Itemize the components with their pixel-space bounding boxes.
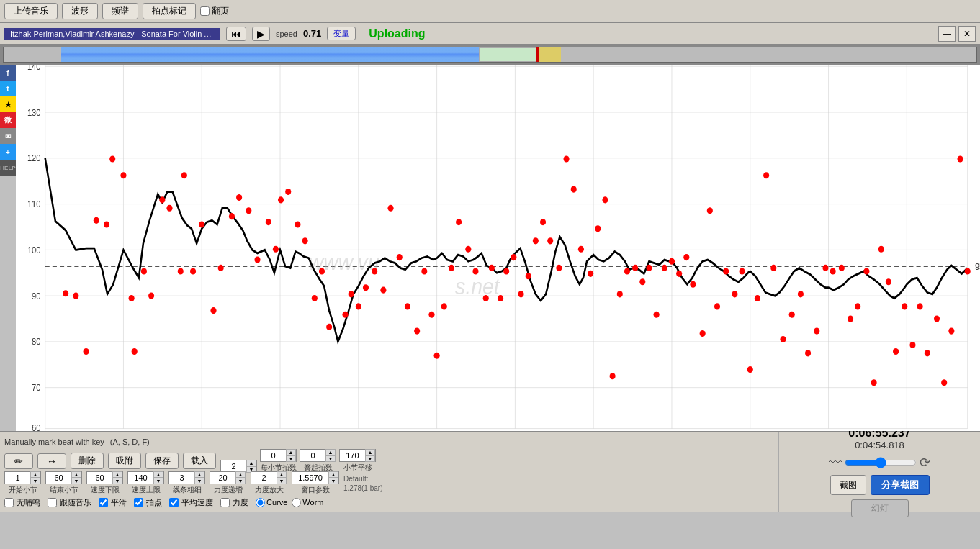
svg-text:80: 80 (32, 337, 41, 348)
speed-low-down[interactable]: ▼ (112, 478, 122, 484)
beats-val1-input[interactable] (221, 462, 246, 471)
curve-radio-label[interactable]: Curve (256, 498, 287, 507)
force-label[interactable]: 力度 (220, 497, 248, 508)
beats-val2-up[interactable]: ▲ (286, 449, 296, 455)
end-bar-input[interactable] (46, 473, 71, 482)
force-checkbox[interactable] (220, 498, 230, 507)
beat-btn[interactable]: 拍点标记 (143, 3, 196, 19)
start-bar-up[interactable]: ▲ (30, 471, 40, 478)
speed-high-up[interactable]: ▲ (153, 471, 163, 478)
svg-point-141 (780, 336, 786, 342)
line-width-up[interactable]: ▲ (194, 471, 204, 478)
rewind-btn[interactable]: ⏮ (226, 27, 246, 41)
svg-point-155 (893, 348, 899, 355)
beat-point-checkbox[interactable] (134, 498, 143, 507)
waveform-yellow (539, 47, 561, 62)
svg-point-85 (349, 291, 354, 297)
bar-avg-down[interactable]: ▼ (365, 455, 375, 462)
waveform-right-icon: ⟳ (920, 455, 930, 471)
avg-speed-label[interactable]: 平均速度 (169, 497, 213, 508)
chart-container[interactable]: 140 130 120 110 100 90 80 70 60 (16, 65, 980, 431)
minimize-btn[interactable]: — (938, 26, 956, 42)
speed-transition-down[interactable]: ▼ (235, 478, 246, 484)
follow-music-label[interactable]: 跟随音乐 (48, 497, 91, 508)
beats-val2-down[interactable]: ▼ (286, 455, 296, 462)
speed-transition-group: ▲ ▼ 力度递增 (210, 471, 246, 495)
upload-music-btn[interactable]: 上传音乐 (4, 3, 58, 19)
move-icon-btn[interactable]: ↔ (37, 453, 66, 469)
waveform-btn[interactable]: 波形 (62, 3, 98, 19)
beats-val1-up[interactable]: ▲ (246, 460, 256, 466)
line-width-input[interactable] (169, 473, 194, 482)
speed-low-up[interactable]: ▲ (112, 471, 122, 478)
mail-btn[interactable]: ✉ (0, 128, 16, 144)
smooth-checkbox[interactable] (99, 498, 108, 507)
plus-btn[interactable]: + (0, 144, 16, 160)
close-btn[interactable]: ✕ (958, 26, 976, 42)
page-checkbox[interactable] (200, 6, 210, 16)
bar-avg-group: ▲ ▼ 小节平移 (339, 449, 376, 473)
beat-point-label[interactable]: 拍点 (134, 497, 162, 508)
follow-music-checkbox[interactable] (48, 498, 57, 507)
drag-up[interactable]: ▲ (325, 449, 336, 455)
end-bar-label: 结束小节 (50, 485, 78, 495)
drag-down[interactable]: ▼ (325, 455, 336, 462)
speed-transition-input[interactable] (210, 473, 235, 482)
favorite-btn[interactable]: ★ (0, 96, 16, 112)
svg-text:s.net: s.net (455, 273, 500, 299)
waveform-slider[interactable] (845, 458, 917, 468)
twitter-btn[interactable]: t (0, 81, 16, 96)
cut-btn[interactable]: 截图 (830, 475, 866, 495)
svg-point-75 (273, 246, 279, 253)
drag-input[interactable] (300, 451, 325, 460)
window-down[interactable]: ▼ (328, 478, 338, 484)
beats-val2-input[interactable] (261, 451, 286, 460)
speed-high-input[interactable] (128, 473, 153, 482)
window-up[interactable]: ▲ (328, 471, 338, 478)
facebook-btn[interactable]: f (0, 65, 16, 81)
slide-btn[interactable]: 幻灯 (851, 499, 909, 517)
curve-radio[interactable] (256, 498, 265, 507)
smooth-label[interactable]: 平滑 (99, 497, 127, 508)
help-btn[interactable]: HELP (0, 160, 16, 176)
svg-point-87 (363, 284, 369, 291)
no-silence-checkbox[interactable] (4, 498, 14, 507)
avg-speed-checkbox[interactable] (169, 498, 179, 507)
svg-point-99 (456, 219, 462, 225)
loop-btn[interactable]: 变量 (327, 27, 356, 40)
window-input[interactable] (292, 473, 328, 482)
no-silence-label[interactable]: 无哺鸣 (4, 497, 40, 508)
share-btn[interactable]: 分享截图 (871, 475, 930, 495)
end-bar-up[interactable]: ▲ (71, 471, 81, 478)
force-amp-up[interactable]: ▲ (277, 471, 287, 478)
erase-icon-btn[interactable]: ✏ (4, 453, 33, 469)
force-amp-down[interactable]: ▼ (277, 478, 287, 484)
svg-point-82 (326, 324, 332, 330)
start-bar-down[interactable]: ▼ (30, 478, 40, 484)
svg-point-111 (547, 237, 553, 244)
bar-avg-up[interactable]: ▲ (365, 449, 375, 455)
waveform-track[interactable] (3, 47, 977, 63)
speed-high-down[interactable]: ▼ (153, 478, 163, 484)
worm-radio-label[interactable]: Worm (292, 498, 323, 507)
speed-low-input[interactable] (87, 473, 112, 482)
svg-point-156 (902, 303, 907, 309)
waveform-bar (0, 45, 980, 65)
weibo-btn[interactable]: 微 (0, 112, 16, 128)
start-bar-input[interactable] (5, 473, 30, 482)
svg-point-126 (662, 265, 667, 271)
curve-worm-group: Curve Worm (256, 498, 323, 507)
speed-transition-up[interactable]: ▲ (235, 471, 246, 478)
line-width-down[interactable]: ▼ (194, 478, 204, 484)
end-bar-down[interactable]: ▼ (71, 478, 81, 484)
save-btn[interactable]: 保存 (145, 453, 179, 469)
load-btn[interactable]: 载入 (183, 453, 216, 469)
bar-avg-input[interactable] (340, 451, 365, 460)
delete-btn[interactable]: 删除 (71, 453, 104, 469)
frequency-btn[interactable]: 频谱 (102, 3, 138, 19)
absorb-btn[interactable]: 吸附 (108, 453, 141, 469)
worm-radio[interactable] (292, 498, 301, 507)
play-btn[interactable]: ▶ (252, 27, 270, 41)
svg-point-128 (676, 271, 682, 277)
force-amp-input[interactable] (251, 473, 277, 482)
